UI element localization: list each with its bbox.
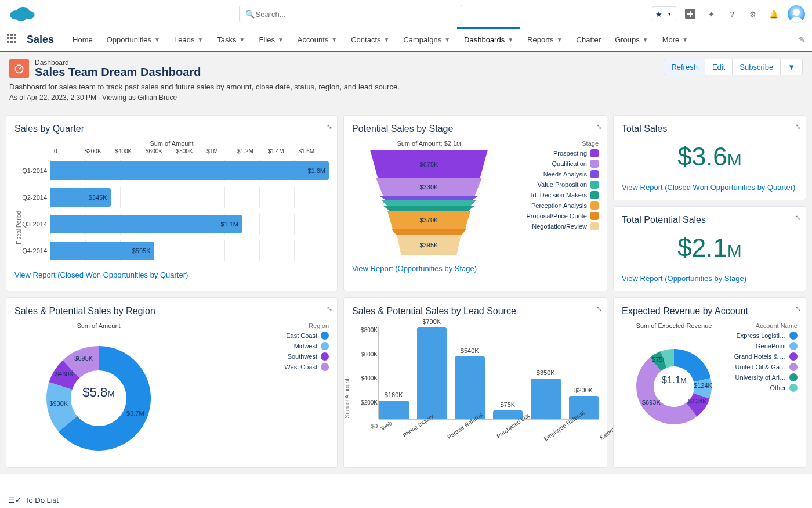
tab-reports[interactable]: Reports▼ [520, 28, 569, 51]
tab-files[interactable]: Files▼ [252, 28, 290, 51]
funnel-seg-7[interactable]: $395K [394, 235, 464, 255]
chevron-down-icon: ▼ [507, 37, 513, 43]
tab-groups[interactable]: Groups▼ [608, 28, 655, 51]
hbar-chart: Sum of Amount 0$200K$400K$600K$800K$1M$1… [14, 140, 329, 261]
bar-2[interactable]: $540K [455, 356, 485, 419]
trailhead-icon[interactable]: ✦ [704, 7, 718, 21]
bar-0[interactable]: $160K [379, 401, 409, 419]
tab-dashboards[interactable]: Dashboards▼ [457, 28, 520, 51]
bar-4[interactable]: $350K [531, 379, 561, 419]
refresh-button[interactable]: Refresh [664, 59, 705, 75]
bar-Q3-2014[interactable]: Q3-2014$1.1M [14, 214, 329, 235]
notifications-bell-icon[interactable]: 🔔 [767, 7, 781, 21]
page-description: Dashboard for sales team to track past s… [9, 82, 803, 91]
funnel-seg-2[interactable] [375, 196, 483, 200]
setup-gear-icon[interactable]: ⚙ [746, 7, 760, 21]
legend-swatch [321, 332, 329, 340]
tab-opportunities[interactable]: Opportunities▼ [100, 28, 167, 51]
legend-item[interactable]: Needs Analysis [512, 170, 599, 178]
global-add-button[interactable] [683, 7, 697, 21]
legend-item[interactable]: Express Logisti… [731, 332, 798, 340]
tab-tasks[interactable]: Tasks▼ [210, 28, 252, 51]
bar-Q1-2014[interactable]: Q1-2014$1.6M [14, 160, 329, 181]
page-meta: As of Apr 22, 2023, 2:30 PM · Viewing as… [9, 93, 803, 102]
tab-accounts[interactable]: Accounts▼ [291, 28, 344, 51]
more-actions-button[interactable]: ▼ [781, 59, 803, 75]
page-actions: Refresh Edit Subscribe ▼ [664, 59, 803, 75]
favorites-button[interactable]: ★▾ [652, 6, 676, 21]
tab-label: Contacts [351, 35, 380, 44]
card-sales-by-quarter: ⤡ Sales by Quarter Sum of Amount 0$200K$… [6, 115, 338, 291]
tab-contacts[interactable]: Contacts▼ [344, 28, 396, 51]
help-icon[interactable]: ? [725, 7, 739, 21]
legend-item[interactable]: GenePoint [731, 342, 798, 350]
tab-campaigns[interactable]: Campaigns▼ [396, 28, 457, 51]
slice-label: $134K [688, 398, 707, 405]
card-title: Total Sales [622, 124, 798, 134]
edit-button[interactable]: Edit [705, 59, 733, 75]
star-icon: ★ [654, 10, 664, 19]
expand-icon[interactable]: ⤡ [795, 305, 799, 313]
legend-item[interactable]: Qualification [512, 160, 599, 168]
expand-icon[interactable]: ⤡ [327, 123, 330, 131]
legend-item[interactable]: West Coast [187, 363, 329, 371]
edit-nav-icon[interactable]: ✎ [799, 35, 805, 44]
legend-item[interactable]: Grand Hotels & … [731, 352, 798, 361]
bar-Q4-2014[interactable]: Q4-2014$595K [14, 240, 329, 261]
expand-icon[interactable]: ⤡ [596, 305, 600, 313]
tab-leads[interactable]: Leads▼ [167, 28, 210, 51]
report-link[interactable]: View Report (Closed Won Opportunities by… [14, 271, 329, 279]
tab-label: Files [259, 35, 274, 44]
global-header: 🔍 ★▾ ✦ ? ⚙ 🔔 [0, 0, 812, 28]
legend-label: Grand Hotels & … [734, 353, 786, 360]
legend-item[interactable]: University of Ari… [731, 373, 798, 381]
subscribe-button[interactable]: Subscribe [733, 59, 781, 75]
legend-item[interactable]: Prospecting [512, 149, 599, 157]
legend-item[interactable]: Proposal/Price Quote [512, 212, 599, 220]
legend-item[interactable]: Value Proposition [512, 181, 599, 189]
page-title: Sales Team Dream Dashboard [35, 66, 201, 79]
legend-swatch [789, 332, 798, 340]
bar-value: $75K [500, 401, 515, 408]
funnel-seg-1[interactable]: $330K [372, 178, 487, 196]
expand-icon[interactable]: ⤡ [596, 123, 600, 131]
expand-icon[interactable]: ⤡ [795, 123, 799, 131]
report-link[interactable]: View Report (Opportunities by Stage) [352, 264, 599, 273]
search-input[interactable] [255, 9, 456, 19]
legend-item[interactable]: United Oil & Ga… [731, 363, 798, 371]
expand-icon[interactable]: ⤡ [795, 214, 799, 222]
slice-label: $693K [642, 399, 661, 406]
legend-swatch [321, 342, 329, 350]
legend-item[interactable]: East Coast [187, 332, 329, 340]
bar-value: $595K [132, 247, 151, 254]
tab-home[interactable]: Home [66, 28, 100, 51]
report-link[interactable]: View Report (Opportunities by Stage) [622, 274, 798, 283]
legend-item[interactable]: Midwest [187, 342, 329, 350]
funnel-seg-0[interactable]: $675K [365, 150, 493, 178]
funnel-seg-5[interactable]: $370K [384, 211, 474, 229]
legend-item[interactable]: Id. Decision Makers [512, 191, 599, 199]
funnel-seg-3[interactable] [378, 200, 481, 206]
user-avatar[interactable] [788, 5, 805, 23]
report-link[interactable]: View Report (Closed Won Opportunities by… [622, 183, 798, 192]
legend-item[interactable]: Other [731, 384, 798, 392]
legend-item[interactable]: Southwest [187, 352, 329, 361]
legend-label: East Coast [286, 332, 317, 339]
donut-center: $5.8M [14, 385, 183, 400]
tab-chatter[interactable]: Chatter [570, 28, 608, 51]
funnel-seg-6[interactable] [389, 229, 470, 235]
donut-subtitle: Sum of Amount [14, 322, 183, 329]
legend-item[interactable]: Negotiation/Review [512, 222, 599, 230]
bar-1[interactable]: $790K [417, 327, 447, 419]
tab-more[interactable]: More▼ [655, 28, 695, 51]
donut-subtitle: Sum of Expected Revenue [622, 322, 726, 329]
app-launcher-icon[interactable] [7, 34, 19, 45]
funnel-seg-4[interactable] [380, 206, 478, 211]
salesforce-logo[interactable] [7, 3, 37, 24]
legend-item[interactable]: Perception Analysis [512, 201, 599, 210]
global-search[interactable]: 🔍 [239, 5, 462, 23]
legend-swatch [590, 222, 599, 230]
bar-value: $345K [89, 194, 107, 201]
expand-icon[interactable]: ⤡ [327, 305, 330, 313]
bar-Q2-2014[interactable]: Q2-2014$345K [14, 187, 329, 208]
